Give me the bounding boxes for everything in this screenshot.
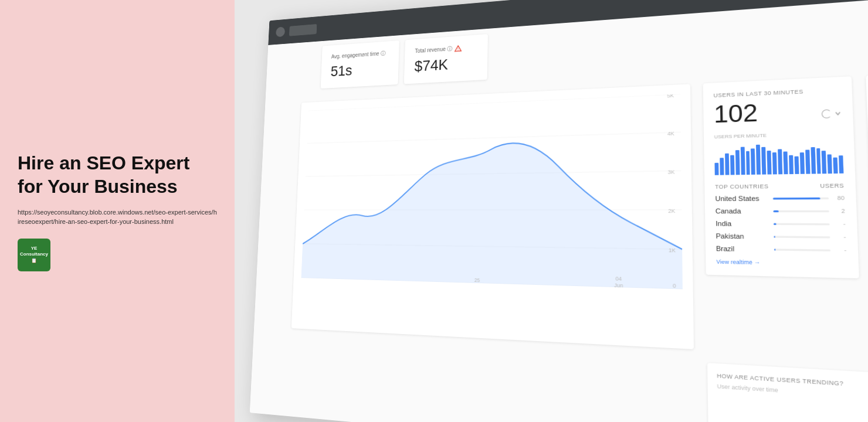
mini-bar <box>767 151 772 175</box>
realtime-count: 102 <box>714 99 758 128</box>
country-name-br: Brazil <box>716 245 770 253</box>
mini-bar <box>839 155 843 173</box>
country-bar-br <box>774 249 830 251</box>
metric-card-revenue: Total revenue ⓘ ! $74K <box>404 34 488 84</box>
view-realtime-link[interactable]: View realtime → <box>716 258 847 267</box>
svg-line-3 <box>307 132 681 143</box>
country-row-in: India - <box>716 220 846 228</box>
country-row-br: Brazil - <box>716 245 847 254</box>
country-num-ca: 2 <box>833 207 845 214</box>
svg-text:4K: 4K <box>667 131 675 137</box>
logo-badge: YE Consultancy 📋 <box>18 239 50 271</box>
mini-bar <box>714 163 718 175</box>
page-url[interactable]: https://seoyeconsultancy.blob.core.windo… <box>18 207 217 227</box>
engagement-value: 51s <box>330 60 389 80</box>
country-name-pk: Pakistan <box>716 232 769 240</box>
mini-bar <box>816 148 822 174</box>
mini-bar <box>772 152 777 175</box>
svg-text:04: 04 <box>615 275 622 282</box>
nav-logo <box>289 24 317 36</box>
country-row-pk: Pakistan - <box>716 232 846 241</box>
svg-text:0: 0 <box>673 283 676 289</box>
country-bar-in <box>774 223 830 225</box>
mini-bar <box>828 154 832 173</box>
left-panel: Hire an SEO Expert for Your Business htt… <box>0 0 235 422</box>
warning-icon: ! <box>455 45 462 53</box>
nav-menu-icon <box>276 26 285 37</box>
mini-bar <box>789 155 794 174</box>
line-chart: 5K 4K 3K 2K 1K 0 25 04 Jun <box>301 94 683 289</box>
revenue-value: $74K <box>414 54 477 75</box>
mini-bar <box>783 151 788 174</box>
logo-line1: YE Consultancy <box>18 246 50 258</box>
revenue-label: Total revenue ⓘ ! <box>415 43 477 55</box>
mini-bar <box>778 149 782 174</box>
country-num-br: - <box>835 247 846 254</box>
mini-bar <box>740 147 745 175</box>
mini-bar <box>746 151 751 175</box>
mini-bar <box>720 158 724 175</box>
chevron-down-icon <box>834 110 841 116</box>
svg-text:1K: 1K <box>669 247 676 254</box>
mini-bar <box>725 154 729 175</box>
countries-section: TOP COUNTRIES USERS United States 80 Can… <box>715 182 847 267</box>
mini-bar <box>735 150 740 175</box>
main-chart-area: 5K 4K 3K 2K 1K 0 25 04 Jun <box>291 84 694 349</box>
logo-line2: 📋 <box>31 258 37 264</box>
mini-bar <box>805 150 810 174</box>
refresh-icon[interactable] <box>822 109 832 118</box>
country-bar-us <box>773 197 829 199</box>
mini-bar <box>822 151 826 173</box>
svg-text:!: ! <box>457 47 459 52</box>
country-name-us: United States <box>715 195 769 202</box>
page-heading: Hire an SEO Expert for Your Business <box>18 151 217 198</box>
mini-bar <box>799 152 804 174</box>
mini-bar <box>730 155 734 175</box>
country-row-ca: Canada 2 <box>716 207 845 215</box>
countries-section-label: TOP COUNTRIES USERS <box>715 182 844 190</box>
svg-text:5K: 5K <box>667 94 674 98</box>
engagement-label: Avg. engagement time ⓘ <box>331 49 389 60</box>
country-num-us: 80 <box>833 195 845 201</box>
bottom-panel: HOW ARE ACTIVE USERS TRENDING? User acti… <box>707 363 868 422</box>
svg-text:3K: 3K <box>668 169 676 175</box>
realtime-panel: USERS IN LAST 30 MINUTES 102 USERS PER M… <box>703 76 859 278</box>
svg-text:2K: 2K <box>668 208 676 215</box>
country-num-pk: - <box>834 234 846 240</box>
mini-bars <box>714 141 843 175</box>
dashboard-container: Avg. engagement time ⓘ 51s Total revenue… <box>250 0 868 422</box>
metric-card-engagement: Avg. engagement time ⓘ 51s <box>321 40 399 89</box>
svg-text:Jun: Jun <box>614 282 623 288</box>
country-bar-pk <box>774 236 830 238</box>
mini-bar <box>756 145 761 175</box>
country-bar-ca <box>773 210 829 212</box>
country-num-in: - <box>834 221 846 227</box>
svg-text:25: 25 <box>474 277 480 283</box>
mini-bar <box>811 147 816 174</box>
mini-bar <box>833 158 838 173</box>
right-panel: Avg. engagement time ⓘ 51s Total revenue… <box>235 0 868 422</box>
mini-bar <box>751 148 755 175</box>
country-name-ca: Canada <box>716 207 769 215</box>
country-row-us: United States 80 <box>715 194 845 202</box>
mini-bar <box>794 156 799 174</box>
country-name-in: India <box>716 220 769 227</box>
mini-bar <box>762 147 767 175</box>
